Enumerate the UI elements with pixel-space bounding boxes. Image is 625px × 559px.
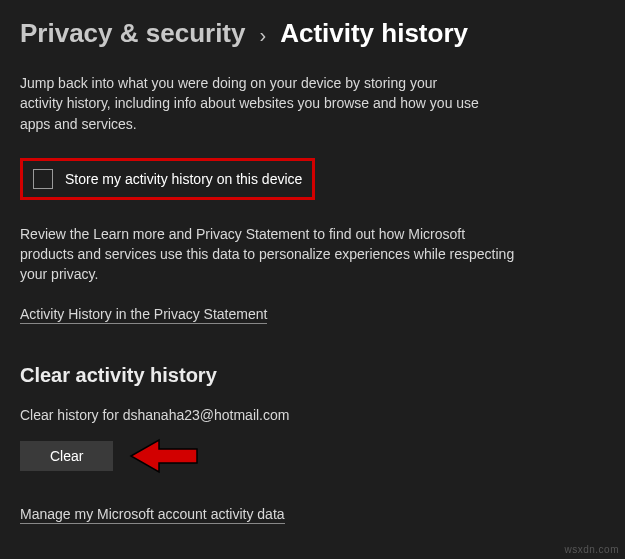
store-activity-label: Store my activity history on this device <box>65 171 302 187</box>
arrow-left-icon <box>129 437 199 475</box>
clear-button[interactable]: Clear <box>20 441 113 471</box>
chevron-right-icon: › <box>259 24 266 47</box>
review-text: Review the Learn more and Privacy Statem… <box>20 224 520 285</box>
clear-section-title: Clear activity history <box>20 364 605 387</box>
manage-account-link[interactable]: Manage my Microsoft account activity dat… <box>20 506 285 524</box>
clear-for-text: Clear history for dshanaha23@hotmail.com <box>20 407 605 423</box>
breadcrumb-parent[interactable]: Privacy & security <box>20 18 245 49</box>
watermark: wsxdn.com <box>564 544 619 555</box>
clear-row: Clear <box>20 437 605 475</box>
svg-marker-0 <box>131 440 197 472</box>
breadcrumb-current: Activity history <box>280 18 468 49</box>
privacy-statement-link[interactable]: Activity History in the Privacy Statemen… <box>20 306 267 324</box>
intro-text: Jump back into what you were doing on yo… <box>20 73 480 134</box>
checkbox-icon[interactable] <box>33 169 53 189</box>
breadcrumb: Privacy & security › Activity history <box>20 18 605 49</box>
store-activity-checkbox-row[interactable]: Store my activity history on this device <box>20 158 315 200</box>
